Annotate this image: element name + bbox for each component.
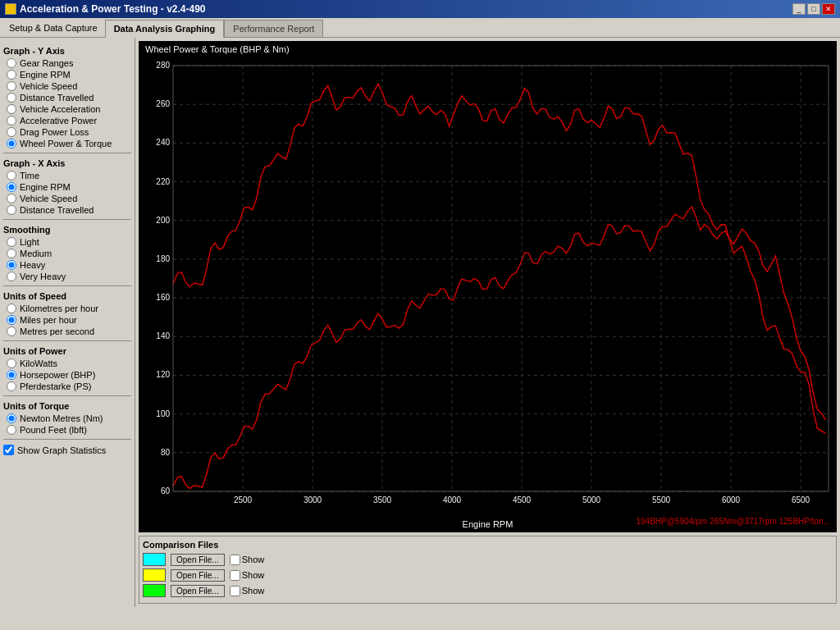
units-torque-title: Units of Torque (3, 401, 131, 411)
x-distance-travelled[interactable]: Distance Travelled (3, 204, 131, 216)
chart-container: Wheel Power & Torque (BHP & Nm) 194BHP@5… (139, 41, 837, 532)
graph-y-axis-title: Graph - Y Axis (3, 46, 131, 56)
x-engine-rpm[interactable]: Engine RPM (3, 181, 131, 193)
show-check-2[interactable]: Show (230, 570, 265, 581)
comparison-color-2 (143, 568, 166, 582)
menu-bar: Setup & Data Capture Data Analysis Graph… (0, 18, 840, 38)
x-vehicle-speed[interactable]: Vehicle Speed (3, 193, 131, 204)
comparison-color-3 (143, 584, 166, 597)
show-check-3[interactable]: Show (230, 586, 265, 596)
chart-title: Wheel Power & Torque (BHP & Nm) (142, 43, 293, 56)
x-time[interactable]: Time (3, 170, 131, 181)
chart-x-label: Engine RPM (463, 519, 514, 529)
y-distance-travelled[interactable]: Distance Travelled (3, 92, 131, 103)
comparison-files: Comparison Files Open File... Show Open … (139, 536, 837, 604)
close-button[interactable]: ✕ (822, 3, 835, 15)
torque-lbft[interactable]: Pound Feet (lbft) (3, 424, 131, 436)
app-icon (5, 3, 16, 15)
units-speed-title: Units of Speed (3, 291, 131, 301)
show-stats-checkbox[interactable]: Show Graph Statistics (3, 443, 131, 457)
chart-canvas (139, 57, 837, 524)
smooth-light[interactable]: Light (3, 236, 131, 248)
open-file-2[interactable]: Open File... (171, 569, 225, 582)
show-check-1[interactable]: Show (230, 555, 265, 565)
y-gear-ranges[interactable]: Gear Ranges (3, 57, 131, 69)
torque-nm[interactable]: Newton Metres (Nm) (3, 413, 131, 424)
menu-setup[interactable]: Setup & Data Capture (2, 20, 105, 37)
chart-stats: 194BHP@5904rpm 265Nm@3717rpm 125BHP/ton.… (636, 517, 830, 526)
comparison-color-1 (143, 553, 166, 566)
left-panel: Graph - Y Axis Gear Ranges Engine RPM Ve… (0, 38, 135, 607)
y-engine-rpm[interactable]: Engine RPM (3, 69, 131, 80)
speed-mph[interactable]: Miles per hour (3, 314, 131, 326)
comparison-row-1: Open File... Show (143, 553, 833, 566)
tab-data-analysis[interactable]: Data Analysis Graphing (105, 20, 225, 39)
smooth-medium[interactable]: Medium (3, 248, 131, 259)
power-ps[interactable]: Pferdestarke (PS) (3, 381, 131, 392)
smoothing-title: Smoothing (3, 225, 131, 235)
maximize-button[interactable]: □ (807, 3, 820, 15)
power-bhp[interactable]: Horsepower (BHP) (3, 369, 131, 381)
y-drag-power-loss[interactable]: Drag Power Loss (3, 126, 131, 138)
smooth-heavy[interactable]: Heavy (3, 259, 131, 271)
tab-performance-report[interactable]: Performance Report (224, 20, 323, 37)
smooth-very-heavy[interactable]: Very Heavy (3, 271, 131, 282)
show-stats-label: Show Graph Statistics (17, 445, 106, 455)
open-file-3[interactable]: Open File... (171, 585, 225, 597)
speed-kmh[interactable]: Kilometres per hour (3, 303, 131, 314)
y-vehicle-speed[interactable]: Vehicle Speed (3, 80, 131, 92)
y-wheel-power-torque[interactable]: Wheel Power & Torque (3, 138, 131, 149)
speed-mps[interactable]: Metres per second (3, 326, 131, 337)
main-layout: Graph - Y Axis Gear Ranges Engine RPM Ve… (0, 38, 840, 607)
comparison-row-3: Open File... Show (143, 584, 833, 597)
minimize-button[interactable]: _ (792, 3, 806, 15)
units-power-title: Units of Power (3, 346, 131, 356)
comparison-title: Comparison Files (143, 540, 833, 550)
comparison-row-2: Open File... Show (143, 568, 833, 582)
open-file-1[interactable]: Open File... (171, 554, 225, 566)
y-vehicle-acceleration[interactable]: Vehicle Acceleration (3, 103, 131, 115)
title-bar: Acceleration & Power Testing - v2.4-490 … (0, 0, 840, 18)
app-title: Acceleration & Power Testing - v2.4-490 (20, 3, 206, 15)
graph-x-axis-title: Graph - X Axis (3, 158, 131, 168)
y-accelerative-power[interactable]: Accelerative Power (3, 115, 131, 126)
power-kw[interactable]: KiloWatts (3, 358, 131, 369)
right-content: Wheel Power & Torque (BHP & Nm) 194BHP@5… (135, 38, 840, 607)
